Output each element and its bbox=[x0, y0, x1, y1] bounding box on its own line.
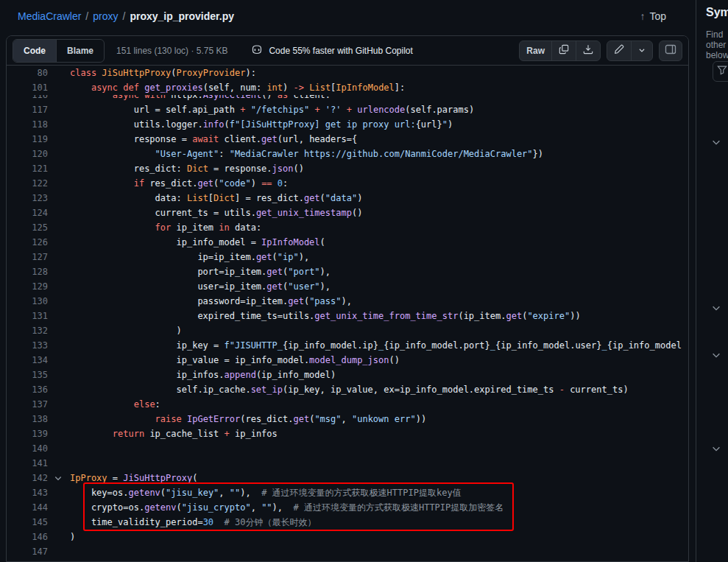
code-line[interactable]: 143 key=os.getenv("jisu_key", ""), # 通过环… bbox=[7, 485, 688, 500]
line-number[interactable]: 127 bbox=[7, 250, 48, 264]
code-line[interactable]: 126 ip_info_model = IpInfoModel( bbox=[7, 235, 688, 250]
line-number[interactable]: 144 bbox=[7, 500, 48, 515]
main-content: MediaCrawler / proxy / proxy_ip_provider… bbox=[0, 0, 696, 562]
code-line[interactable]: 119 response = await client.get(url, hea… bbox=[7, 132, 688, 147]
code-line[interactable]: 146) bbox=[7, 530, 688, 544]
line-number[interactable]: 118 bbox=[7, 117, 48, 132]
line-number[interactable]: 142 bbox=[7, 471, 48, 485]
gutter bbox=[48, 220, 70, 235]
copy-raw-button[interactable] bbox=[552, 41, 576, 60]
line-number[interactable]: 129 bbox=[7, 279, 48, 294]
line-number[interactable]: 125 bbox=[7, 220, 48, 235]
code-line[interactable]: 136 self.ip_cache.set_ip(ip_key, ip_valu… bbox=[7, 382, 688, 397]
file-view: Code Blame 151 lines (130 loc) · 5.75 KB… bbox=[6, 35, 689, 562]
code-line[interactable]: 80class JiSuHttpProxy(ProxyProvider): bbox=[7, 66, 688, 80]
line-number[interactable]: 121 bbox=[7, 161, 48, 176]
line-number[interactable]: 135 bbox=[7, 368, 48, 382]
code-line[interactable]: 127 ip=ip_item.get("ip"), bbox=[7, 250, 688, 264]
gutter bbox=[48, 235, 70, 250]
line-number[interactable]: 124 bbox=[7, 206, 48, 220]
code-line[interactable]: 122 if res_dict.get("code") == 0: bbox=[7, 176, 688, 191]
code-line[interactable]: 132 ) bbox=[7, 323, 688, 338]
code-line[interactable]: 117 url = self.api_path + "/fetchips" + … bbox=[7, 102, 688, 117]
line-number[interactable]: 101 bbox=[7, 80, 48, 95]
line-number[interactable]: 123 bbox=[7, 191, 48, 206]
code-line[interactable]: 120 "User-Agent": "MediaCrawler https://… bbox=[7, 147, 688, 161]
code-line[interactable]: 141 bbox=[7, 456, 688, 471]
gutter bbox=[48, 353, 70, 368]
code-line[interactable]: 128 port=ip_item.get("port"), bbox=[7, 264, 688, 279]
code-line[interactable]: 129 user=ip_item.get("user"), bbox=[7, 279, 688, 294]
line-number[interactable]: 119 bbox=[7, 132, 48, 147]
code-line[interactable]: 134 ip_value = ip_info_model.model_dump_… bbox=[7, 353, 688, 368]
code-line[interactable]: 125 for ip_item in data: bbox=[7, 220, 688, 235]
code-line[interactable]: 130 password=ip_item.get("pass"), bbox=[7, 294, 688, 309]
gutter bbox=[48, 264, 70, 279]
code-line[interactable]: 145 time_validity_period=30 # 30分钟（最长时效） bbox=[7, 515, 688, 530]
line-number[interactable]: 132 bbox=[7, 323, 48, 338]
code-line[interactable]: 139 return ip_cache_list + ip_infos bbox=[7, 426, 688, 441]
code-text: return ip_cache_list + ip_infos bbox=[70, 426, 278, 441]
line-number[interactable]: 138 bbox=[7, 412, 48, 426]
chevron-down-icon[interactable] bbox=[711, 303, 721, 313]
gutter bbox=[48, 338, 70, 353]
chevron-down-icon[interactable] bbox=[711, 137, 721, 147]
chevron-down-icon[interactable] bbox=[711, 350, 721, 360]
line-number[interactable]: 137 bbox=[7, 397, 48, 412]
code-line[interactable]: 142IpProxy = JiSuHttpProxy( bbox=[7, 471, 688, 485]
pencil-icon bbox=[614, 44, 624, 57]
code-line[interactable]: 147 bbox=[7, 544, 688, 559]
gutter bbox=[48, 515, 70, 530]
code-line[interactable]: 138 raise IpGetError(res_dict.get("msg",… bbox=[7, 412, 688, 426]
line-number[interactable]: 136 bbox=[7, 382, 48, 397]
line-number[interactable]: 130 bbox=[7, 294, 48, 309]
tab-code[interactable]: Code bbox=[13, 40, 57, 62]
line-number[interactable]: 128 bbox=[7, 264, 48, 279]
code-line[interactable]: 121 res_dict: Dict = response.json() bbox=[7, 161, 688, 176]
download-raw-button[interactable] bbox=[576, 41, 600, 60]
code-line[interactable]: 101 async def get_proxies(self, num: int… bbox=[7, 80, 688, 95]
line-number[interactable]: 80 bbox=[7, 66, 48, 80]
code-text: ip_infos.append(ip_info_model) bbox=[70, 368, 336, 382]
code-text: class JiSuHttpProxy(ProxyProvider): bbox=[70, 66, 256, 80]
tab-blame[interactable]: Blame bbox=[57, 40, 104, 62]
code-text: IpProxy = JiSuHttpProxy( bbox=[70, 471, 197, 485]
line-number[interactable]: 147 bbox=[7, 544, 48, 559]
code-text: user=ip_item.get("user"), bbox=[70, 279, 331, 294]
line-number[interactable]: 141 bbox=[7, 456, 48, 471]
line-number[interactable]: 133 bbox=[7, 338, 48, 353]
breadcrumb-folder-link[interactable]: proxy bbox=[93, 10, 118, 22]
line-number[interactable]: 117 bbox=[7, 102, 48, 117]
filter-button[interactable] bbox=[713, 61, 728, 82]
edit-dropdown-button[interactable] bbox=[632, 41, 652, 60]
line-number[interactable]: 146 bbox=[7, 530, 48, 544]
scroll-to-top-button[interactable]: ↑ Top bbox=[640, 10, 666, 22]
code-line[interactable]: 135 ip_infos.append(ip_info_model) bbox=[7, 368, 688, 382]
code-line[interactable]: 118 utils.logger.info(f"[JiSuHttpProxy] … bbox=[7, 117, 688, 132]
chevron-down-icon[interactable] bbox=[711, 443, 721, 454]
raw-button[interactable]: Raw bbox=[520, 41, 552, 60]
code-line[interactable]: 133 ip_key = f"JISUHTTP_{ip_info_model.i… bbox=[7, 338, 688, 353]
code-text: ip_value = ip_info_model.model_dump_json… bbox=[70, 353, 400, 368]
symbols-pane-toggle-button[interactable] bbox=[659, 41, 682, 61]
line-number[interactable]: 122 bbox=[7, 176, 48, 191]
line-number[interactable]: 145 bbox=[7, 515, 48, 530]
line-number[interactable]: 120 bbox=[7, 147, 48, 161]
code-text: url = self.api_path + "/fetchips" + '?' … bbox=[70, 102, 474, 117]
line-number[interactable]: 139 bbox=[7, 426, 48, 441]
collapse-chevron-icon[interactable] bbox=[48, 471, 70, 485]
code-line[interactable]: 123 data: List[Dict] = res_dict.get("dat… bbox=[7, 191, 688, 206]
code-line[interactable]: 124 current_ts = utils.get_unix_timestam… bbox=[7, 206, 688, 220]
download-icon bbox=[583, 44, 593, 57]
code-line[interactable]: 137 else: bbox=[7, 397, 688, 412]
line-number[interactable]: 134 bbox=[7, 353, 48, 368]
edit-file-button[interactable] bbox=[607, 41, 632, 60]
code-line[interactable]: 131 expired_time_ts=utils.get_unix_time_… bbox=[7, 309, 688, 323]
code-line[interactable]: 144 crypto=os.getenv("jisu_crypto", ""),… bbox=[7, 500, 688, 515]
code-line[interactable]: 140 bbox=[7, 441, 688, 456]
line-number[interactable]: 131 bbox=[7, 309, 48, 323]
breadcrumb-repo-link[interactable]: MediaCrawler bbox=[18, 10, 81, 22]
line-number[interactable]: 126 bbox=[7, 235, 48, 250]
line-number[interactable]: 143 bbox=[7, 485, 48, 500]
line-number[interactable]: 140 bbox=[7, 441, 48, 456]
